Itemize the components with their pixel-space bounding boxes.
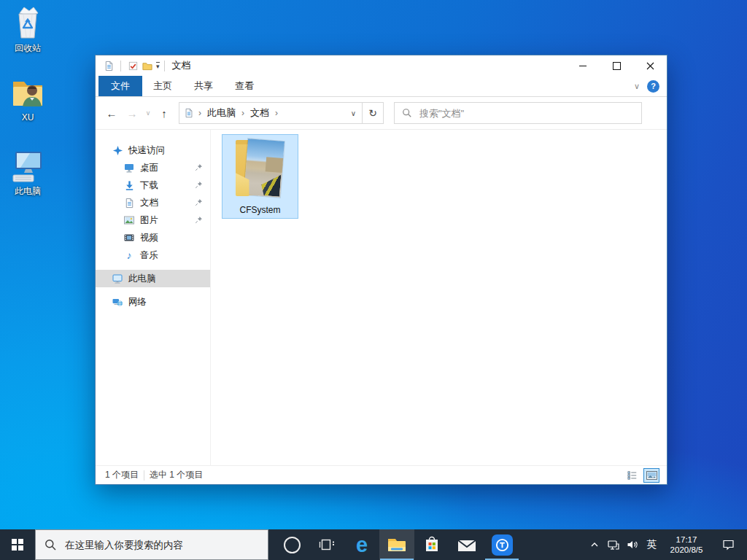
network-status-button[interactable] <box>604 529 623 560</box>
search-icon <box>44 539 56 551</box>
ime-indicator[interactable]: 英 <box>642 529 661 560</box>
sidebar-item-quick-access[interactable]: 快速访问 <box>96 141 210 159</box>
details-view-button[interactable] <box>624 468 640 483</box>
qat-dropdown-icon[interactable]: ▾ <box>156 62 160 69</box>
sidebar-item-this-pc[interactable]: 此电脑 <box>96 270 210 287</box>
network-icon <box>112 296 123 308</box>
properties-check-icon[interactable] <box>125 58 140 74</box>
desktop-icon-label: 此电脑 <box>0 185 55 198</box>
start-button[interactable] <box>0 529 35 560</box>
tray-expand-button[interactable] <box>585 529 604 560</box>
store-button[interactable] <box>414 529 449 560</box>
sidebar-item-downloads[interactable]: 下载 <box>96 176 210 194</box>
desktop-icon-recycle-bin[interactable]: 回收站 <box>0 4 55 55</box>
task-view-icon <box>319 537 335 552</box>
pin-icon[interactable] <box>195 181 203 191</box>
ribbon-collapse-icon[interactable]: ∨ <box>634 82 640 91</box>
window-title: 文档 <box>172 59 191 72</box>
music-icon: ♪ <box>123 249 135 261</box>
edge-button[interactable]: e <box>344 529 379 560</box>
volume-button[interactable] <box>623 529 642 560</box>
user-folder-icon <box>10 74 45 111</box>
desktop-icon-label: 回收站 <box>0 42 55 55</box>
sidebar-item-pictures[interactable]: 图片 <box>96 211 210 229</box>
mail-button[interactable] <box>449 529 484 560</box>
close-button[interactable] <box>633 55 667 76</box>
navigation-pane: 快速访问 桌面 下载 文档 <box>96 130 210 465</box>
sidebar-item-music[interactable]: ♪ 音乐 <box>96 246 210 264</box>
network-icon <box>608 540 620 551</box>
ribbon-tabs: 文件 主页 共享 查看 ∨ ? <box>96 76 667 97</box>
minimize-button[interactable] <box>566 55 600 76</box>
mail-icon <box>457 537 476 552</box>
details-view-icon <box>627 470 638 481</box>
pin-icon[interactable] <box>195 198 203 209</box>
refresh-button[interactable]: ↻ <box>363 102 384 124</box>
back-button[interactable]: ← <box>103 104 120 122</box>
pin-icon[interactable] <box>195 163 203 174</box>
pin-icon[interactable] <box>195 216 203 226</box>
tab-view[interactable]: 查看 <box>224 76 265 96</box>
tab-file[interactable]: 文件 <box>98 76 142 96</box>
thumbnail-view-button[interactable] <box>643 468 659 483</box>
navigation-bar: ← → ∨ ↑ › 此电脑 › 文档 › ∨ ↻ <box>96 97 667 130</box>
this-pc-icon <box>9 147 47 184</box>
taskbar: e 英 17:17 <box>0 529 747 560</box>
file-list[interactable]: CFSystem <box>210 130 667 465</box>
breadcrumb-chevron-icon: › <box>271 108 282 118</box>
selection-count: 选中 1 个项目 <box>144 469 208 481</box>
desktop-icon-label: XU <box>0 112 55 122</box>
file-explorer-icon <box>387 537 407 553</box>
help-button[interactable]: ? <box>647 80 659 93</box>
cortana-button[interactable] <box>274 529 309 560</box>
taskbar-search-input[interactable] <box>63 539 249 551</box>
desktop: 回收站 XU 此电脑 <box>0 0 747 560</box>
sidebar-item-network[interactable]: 网络 <box>96 293 210 311</box>
desktop-icon <box>123 162 135 174</box>
recycle-bin-icon <box>10 4 45 41</box>
d-launcher-button[interactable] <box>484 529 519 560</box>
address-bar[interactable]: › 此电脑 › 文档 › ∨ <box>179 102 363 124</box>
breadcrumb-chevron-icon: › <box>194 108 206 118</box>
clock[interactable]: 17:17 2020/8/5 <box>661 529 712 560</box>
recent-locations-icon[interactable]: ∨ <box>144 104 152 122</box>
items-count: 1 个项目 <box>100 469 144 481</box>
taskbar-search-box[interactable] <box>35 529 268 560</box>
breadcrumb-chevron-icon: › <box>237 108 249 118</box>
system-tray: 英 17:17 2020/8/5 <box>585 529 747 560</box>
up-button[interactable]: ↑ <box>155 104 173 122</box>
desktop-icon-this-pc[interactable]: 此电脑 <box>0 147 55 198</box>
d-launcher-icon <box>492 534 513 556</box>
sidebar-item-videos[interactable]: 视频 <box>96 229 210 246</box>
action-center-icon <box>722 539 735 551</box>
this-pc-icon <box>112 273 123 284</box>
sidebar-item-documents[interactable]: 文档 <box>96 194 210 211</box>
tray-time: 17:17 <box>676 535 697 544</box>
forward-button[interactable]: → <box>123 104 141 122</box>
explorer-search-box[interactable] <box>394 102 642 124</box>
new-folder-icon[interactable] <box>140 58 155 74</box>
title-bar: ▾ 文档 <box>96 55 667 76</box>
breadcrumb-this-pc[interactable]: 此电脑 <box>206 106 237 120</box>
location-document-icon <box>184 108 194 118</box>
cortana-icon <box>284 537 301 553</box>
status-bar: 1 个项目 选中 1 个项目 <box>96 465 667 484</box>
documents-icon <box>123 197 135 209</box>
task-view-button[interactable] <box>309 529 344 560</box>
videos-icon <box>123 232 135 244</box>
store-icon <box>423 535 441 554</box>
quick-access-star-icon <box>112 144 123 156</box>
breadcrumb-documents[interactable]: 文档 <box>249 106 271 120</box>
address-dropdown-icon[interactable]: ∨ <box>351 109 356 117</box>
file-item-cfsystem[interactable]: CFSystem <box>222 134 298 219</box>
search-input[interactable] <box>418 107 596 120</box>
tab-home[interactable]: 主页 <box>142 76 183 96</box>
window-document-icon[interactable] <box>101 58 116 74</box>
maximize-button[interactable] <box>600 55 633 76</box>
sidebar-item-desktop[interactable]: 桌面 <box>96 159 210 176</box>
search-icon <box>402 108 412 118</box>
desktop-icon-xu[interactable]: XU <box>0 74 55 122</box>
action-center-button[interactable] <box>712 529 744 560</box>
tab-share[interactable]: 共享 <box>183 76 224 96</box>
file-explorer-button[interactable] <box>379 529 414 560</box>
